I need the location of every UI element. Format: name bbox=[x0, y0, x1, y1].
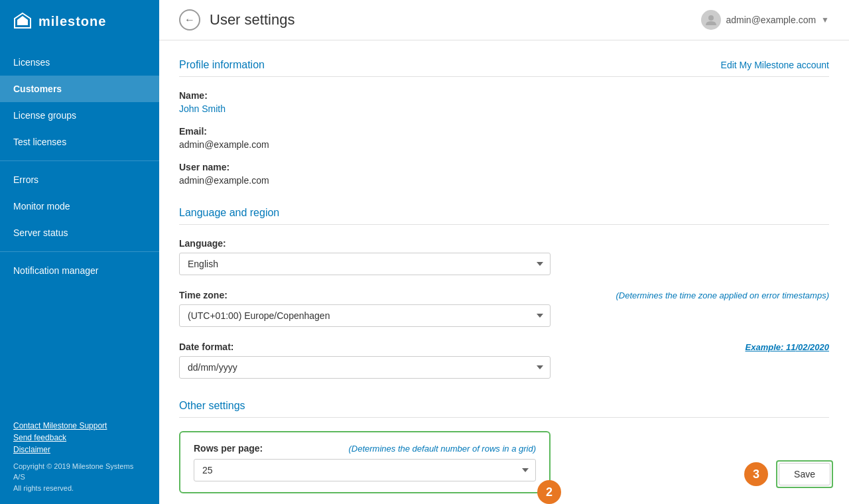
sidebar-footer: Contact Milestone Support Send feedback … bbox=[0, 410, 159, 505]
dateformat-label-row: Date format: Example: 11/02/2020 bbox=[179, 342, 829, 352]
language-section: Language and region Language: English Da… bbox=[179, 207, 829, 379]
badge-2: 2 bbox=[537, 480, 561, 504]
page-title: User settings bbox=[210, 11, 692, 29]
save-button-container: Save bbox=[776, 460, 833, 488]
chevron-down-icon: ▼ bbox=[821, 15, 829, 25]
timezone-form-group: Time zone: (Determines the time zone app… bbox=[179, 290, 829, 327]
language-form-group: Language: English Danish German French S… bbox=[179, 238, 829, 275]
back-button[interactable]: ← bbox=[179, 9, 200, 31]
sidebar-item-licenses[interactable]: Licenses bbox=[0, 49, 159, 76]
sidebar-logo: milestone bbox=[0, 0, 159, 42]
save-button-wrapper: 3 Save bbox=[744, 460, 833, 488]
user-menu[interactable]: admin@example.com ▼ bbox=[701, 10, 830, 30]
language-section-title: Language and region bbox=[179, 207, 829, 225]
save-button[interactable]: Save bbox=[779, 463, 830, 485]
rows-per-page-box: Rows per page: (Determines the default n… bbox=[179, 431, 551, 493]
email-value: admin@example.com bbox=[179, 139, 829, 150]
dateformat-hint-prefix: Example: bbox=[746, 342, 786, 352]
profile-section-title: Profile information bbox=[179, 59, 265, 71]
timezone-label-row: Time zone: (Determines the time zone app… bbox=[179, 290, 829, 300]
sidebar-navigation: Licenses Customers License groups Test l… bbox=[0, 42, 159, 410]
language-label: Language: bbox=[179, 238, 226, 249]
language-label-row: Language: bbox=[179, 238, 829, 249]
username-field: User name: admin@example.com bbox=[179, 162, 829, 186]
dateformat-form-group: Date format: Example: 11/02/2020 dd/mm/y… bbox=[179, 342, 829, 379]
profile-section: Profile information Edit My Milestone ac… bbox=[179, 59, 829, 186]
sidebar-divider bbox=[0, 160, 159, 161]
rows-label-row: Rows per page: (Determines the default n… bbox=[194, 443, 536, 454]
user-email-label: admin@example.com bbox=[726, 15, 816, 25]
timezone-hint: (Determines the time zone applied on err… bbox=[616, 290, 829, 300]
sidebar-item-notification-manager[interactable]: Notification manager bbox=[0, 257, 159, 284]
username-value: admin@example.com bbox=[179, 175, 829, 186]
sidebar-item-customers[interactable]: Customers bbox=[0, 76, 159, 102]
rows-per-page-label: Rows per page: bbox=[194, 443, 263, 454]
dateformat-hint-suffix: /02/2020 bbox=[795, 342, 829, 352]
other-section: Other settings Rows per page: (Determine… bbox=[179, 400, 829, 493]
rows-per-page-hint: (Determines the default number of rows i… bbox=[348, 444, 536, 454]
sidebar-logo-text: milestone bbox=[38, 14, 106, 29]
language-select[interactable]: English Danish German French Spanish bbox=[179, 253, 551, 275]
dateformat-label: Date format: bbox=[179, 342, 233, 352]
save-area: 3 Save bbox=[744, 460, 833, 488]
email-label: Email: bbox=[179, 126, 829, 137]
profile-section-header: Profile information Edit My Milestone ac… bbox=[179, 59, 829, 77]
sidebar-item-server-status[interactable]: Server status bbox=[0, 220, 159, 246]
username-label: User name: bbox=[179, 162, 829, 172]
dateformat-select[interactable]: dd/mm/yyyy mm/dd/yyyy yyyy-mm-dd bbox=[179, 356, 551, 379]
copyright-text: Copyright © 2019 Milestone Systems A/S A… bbox=[13, 461, 146, 494]
milestone-logo-icon bbox=[13, 12, 32, 31]
dateformat-hint: Example: 11/02/2020 bbox=[746, 342, 830, 352]
rows-per-page-select[interactable]: 10 25 50 100 bbox=[194, 459, 536, 481]
sidebar: milestone Licenses Customers License gro… bbox=[0, 0, 159, 504]
sidebar-item-license-groups[interactable]: License groups bbox=[0, 102, 159, 129]
badge-3: 3 bbox=[744, 462, 768, 486]
send-feedback-link[interactable]: Send feedback bbox=[13, 433, 146, 442]
timezone-label: Time zone: bbox=[179, 290, 228, 300]
topbar: ← User settings admin@example.com ▼ bbox=[159, 0, 849, 40]
svg-point-2 bbox=[708, 15, 714, 21]
svg-marker-1 bbox=[17, 16, 28, 25]
email-field: Email: admin@example.com bbox=[179, 126, 829, 150]
sidebar-item-monitor-mode[interactable]: Monitor mode bbox=[0, 193, 159, 220]
edit-milestone-account-link[interactable]: Edit My Milestone account bbox=[721, 60, 829, 70]
other-section-title: Other settings bbox=[179, 400, 829, 418]
sidebar-item-errors[interactable]: Errors bbox=[0, 166, 159, 193]
dateformat-hint-bold: 11 bbox=[786, 342, 795, 352]
user-avatar-icon bbox=[701, 10, 721, 30]
name-label: Name: bbox=[179, 90, 829, 101]
disclaimer-link[interactable]: Disclaimer bbox=[13, 445, 146, 454]
main-content: ← User settings admin@example.com ▼ Prof… bbox=[159, 0, 849, 504]
name-field: Name: John Smith bbox=[179, 90, 829, 114]
rows-select-wrapper: 10 25 50 100 bbox=[194, 459, 536, 481]
name-value: John Smith bbox=[179, 103, 829, 114]
contact-support-link[interactable]: Contact Milestone Support bbox=[13, 421, 146, 430]
settings-content: Profile information Edit My Milestone ac… bbox=[159, 40, 849, 504]
back-arrow-icon: ← bbox=[184, 14, 195, 26]
sidebar-divider-2 bbox=[0, 251, 159, 252]
sidebar-item-test-licenses[interactable]: Test licenses bbox=[0, 129, 159, 155]
timezone-select[interactable]: (UTC+01:00) Europe/Copenhagen (UTC+00:00… bbox=[179, 304, 551, 327]
